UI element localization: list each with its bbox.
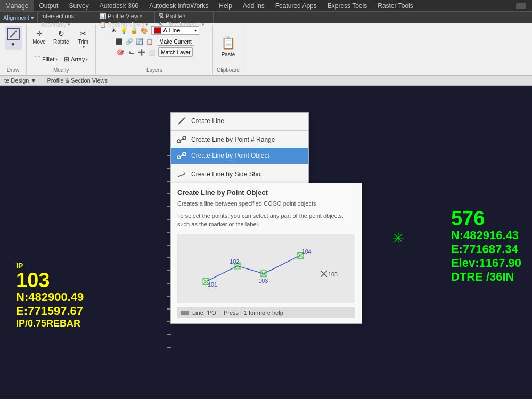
layer-sun-icon[interactable]: ☀: [109, 26, 119, 35]
modify-bottom-row: ⌒ Fillet ▾ ⊞ Array ▾: [31, 52, 92, 66]
layer-icon-d[interactable]: 📋: [145, 37, 154, 46]
svg-line-17: [206, 266, 238, 281]
match-layer-btn[interactable]: Match Layer: [158, 47, 193, 57]
profile-view-tab[interactable]: 📊 Profile View ▾: [96, 12, 154, 20]
line-side-icon: [176, 169, 187, 180]
modify-top-row: ✛ Move ↻ Rotate ✂ Trim ▾: [29, 26, 93, 52]
tooltip-popup: Create Line by Point Object Creates a li…: [170, 183, 362, 324]
layers-group-label: Layers: [146, 66, 162, 73]
layer-icon-f[interactable]: 🏷: [126, 47, 136, 57]
fillet-icon: ⌒: [34, 55, 40, 64]
e-coord-label: E:771597.67: [16, 304, 84, 318]
dropdown-line-range[interactable]: Create Line by Point # Range: [171, 132, 308, 148]
dropdown-line-side[interactable]: Create Line by Side Shot: [171, 166, 308, 182]
alignment-tab[interactable]: Alignment ▾: [3, 14, 34, 21]
bottom-profile-section[interactable]: Profile & Section Views: [47, 77, 108, 84]
ruler-mark-16: [167, 347, 171, 348]
layers-group: ☀ 💡 🔒 🎨 A-Line ▾ ⬛ 🔗: [96, 25, 213, 74]
menu-addins[interactable]: Add-ins: [238, 0, 270, 11]
point-576-label: 576: [451, 208, 521, 229]
array-icon: ⊞: [64, 55, 69, 63]
layer-name-select[interactable]: A-Line ▾: [151, 26, 199, 35]
n-coord-label: N:482900.49: [16, 290, 84, 304]
layer-row2: ⬛ 🔗 🔄 📋 Make Current: [114, 37, 194, 46]
ribbon-tabs: Alignment ▾ Intersections Assembly ▾ 📊 P…: [0, 12, 532, 23]
trim-btn[interactable]: ✂ Trim ▾: [73, 27, 92, 51]
layer-color-icon[interactable]: 🎨: [140, 26, 149, 35]
profile-tab[interactable]: 🏗 Profile ▾: [155, 12, 213, 20]
drawing-area: IP 103 N:482900.49 E:771597.67 IP/0.75RE…: [0, 86, 532, 387]
layer-icon-b[interactable]: 🔗: [125, 37, 134, 46]
footer-command: Line, 'PO: [192, 310, 216, 316]
layer-row3: 🎯 🏷 ➕ ⬜ Match Layer: [116, 47, 193, 57]
svg-line-1: [178, 118, 185, 124]
layer-dropdown-arrow: ▾: [194, 28, 197, 33]
paste-btn[interactable]: 📋 Paste: [215, 26, 241, 66]
layer-icons-row2: ⬛ 🔗 🔄 📋: [114, 37, 154, 46]
svg-line-9: [183, 172, 185, 174]
line-point-icon: [176, 150, 187, 161]
elev-label: Elev:1167.90: [451, 256, 521, 270]
bottom-te-design[interactable]: te Design ▼: [4, 77, 36, 84]
layer-lock-icon[interactable]: 🔒: [129, 26, 139, 35]
array-btn[interactable]: ⊞ Array ▾: [62, 53, 90, 65]
svg-text:103: 103: [258, 278, 268, 284]
svg-line-19: [264, 256, 300, 274]
menu-express-tools[interactable]: Express Tools: [322, 0, 372, 11]
right-labels: 576 N:482916.43 E:771687.34 Elev:1167.90…: [451, 208, 521, 284]
menu-manage[interactable]: Manage: [0, 0, 34, 11]
dtre-label: DTRE /36IN: [451, 270, 521, 284]
layer-row1: ☀ 💡 🔒 🎨 A-Line ▾: [109, 26, 199, 35]
trim-icon: ✂: [78, 28, 88, 39]
intersections-tab[interactable]: Intersections: [38, 12, 96, 20]
color-swatch: [154, 27, 161, 34]
footer-help: Press F1 for more help: [224, 310, 283, 316]
svg-line-8: [178, 174, 185, 177]
layer-icon-g[interactable]: ➕: [137, 47, 146, 57]
star-icon: ✳: [392, 230, 404, 247]
layer-icon-h[interactable]: ⬜: [148, 47, 157, 57]
svg-text:105: 105: [328, 271, 338, 278]
menu-help[interactable]: Help: [214, 0, 238, 11]
move-icon: ✛: [34, 28, 45, 39]
tooltip-title: Create Line by Point Object: [177, 189, 355, 197]
layer-icons-row: ☀ 💡 🔒 🎨: [109, 26, 149, 35]
draw-dropdown-btn[interactable]: ▼: [5, 26, 22, 50]
layer-bulb-icon[interactable]: 💡: [119, 26, 129, 35]
dropdown-divider-2: [171, 165, 308, 165]
tooltip-diagram: 101 102 103: [177, 234, 355, 303]
clipboard-group-label: Clipboard: [217, 66, 240, 73]
left-labels: IP 103 N:482900.49 E:771597.67 IP/0.75RE…: [16, 262, 84, 329]
n2-coord-label: N:482916.43: [451, 229, 521, 242]
make-current-btn[interactable]: Make Current: [157, 38, 194, 46]
dropdown-create-line[interactable]: Create Line: [171, 113, 308, 129]
draw-icon: [7, 28, 20, 40]
menu-autodesk360[interactable]: Autodesk 360: [94, 0, 144, 11]
menu-output[interactable]: Output: [34, 0, 63, 11]
svg-line-18: [238, 266, 264, 274]
menu-infraworks[interactable]: Autodesk InfraWorks: [144, 0, 214, 11]
ruler-mark-15: [167, 334, 171, 335]
tooltip-footer: Line, 'PO Press F1 for more help: [177, 307, 355, 318]
layer-icon-e[interactable]: 🎯: [116, 47, 125, 57]
e2-coord-label: E:771687.34: [451, 242, 521, 256]
layer-icon-a[interactable]: ⬛: [114, 37, 124, 46]
menu-survey[interactable]: Survey: [63, 0, 94, 11]
menu-raster-tools[interactable]: Raster Tools: [372, 0, 418, 11]
footer-line-icon: [181, 311, 189, 315]
modify-group-label: Modify: [53, 66, 69, 73]
fillet-btn[interactable]: ⌒ Fillet ▾: [32, 53, 60, 65]
draw-label: ▼: [11, 42, 16, 47]
rotate-btn[interactable]: ↻ Rotate: [51, 27, 71, 51]
draw-group-label: Draw: [7, 66, 19, 73]
paste-icon: 📋: [219, 35, 236, 52]
svg-text:104: 104: [302, 248, 312, 255]
dropdown-divider-1: [171, 130, 308, 131]
dropdown-line-point[interactable]: Create Line by Point Object: [171, 148, 308, 164]
draw-tool-group: ▼ Draw: [0, 25, 27, 74]
menu-featured-apps[interactable]: Featured Apps: [270, 0, 322, 11]
move-btn[interactable]: ✛ Move: [30, 27, 48, 51]
layer-icon-c[interactable]: 🔄: [135, 37, 144, 46]
ribbon-bottom-strip: te Design ▼ Profile & Section Views: [0, 75, 532, 86]
create-line-icon: [176, 116, 187, 126]
